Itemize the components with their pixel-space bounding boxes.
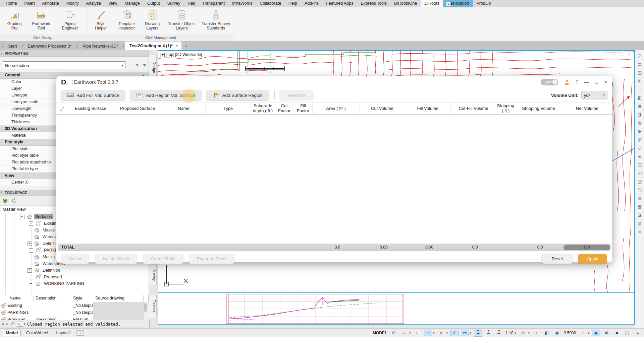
export-to-excel-button[interactable]: Export to Excel [189,254,234,264]
column-header[interactable]: Stripping Volume [515,103,562,114]
column-header[interactable]: Net Volume [562,103,612,114]
tree-item[interactable]: WORKING PARKING [0,280,149,287]
file-tab[interactable]: Pipe Networks-3C* [78,42,122,50]
piping-engineer-button[interactable]: Piping Engineer [56,9,85,31]
new-tab-button[interactable]: + [181,42,191,50]
snap-mode-icon[interactable]: ∷ [400,330,408,336]
tree-expander-icon[interactable] [29,282,33,286]
recent-commands-icon[interactable]: >_ [17,322,23,327]
toolbox-palette-tab[interactable]: Toolbox [149,294,157,318]
column-header[interactable]: Subgrade depth ( ft ) [251,103,275,114]
prodlib-app-icon[interactable]: ■ [613,330,621,336]
ribbon-tab[interactable]: DiRoots [421,0,443,7]
isodraft-caret-icon[interactable]: ▾ [446,331,448,335]
ribbon-group-title[interactable]: Civil Management [87,34,235,41]
side-toolbar-icon[interactable]: ◱ [638,171,642,176]
ribbon-tab[interactable]: Annotate [39,0,63,7]
ribbon-tab[interactable]: View [105,0,121,7]
tree-expander-icon[interactable] [20,215,24,219]
snap-caret-icon[interactable]: ▾ [409,331,411,335]
workspace-gear-icon[interactable]: ⚙ [519,330,527,336]
side-toolbar-icon[interactable]: ⊞ [638,79,642,83]
model-space-button[interactable]: MODEL [373,331,387,335]
ribbon-tab[interactable]: Featured Apps [322,0,357,7]
lineweight-value[interactable]: 3.5000 [564,331,576,335]
column-header[interactable]: Proposed Surface [113,103,162,114]
theme-toggle[interactable]: Light [541,79,558,85]
ribbon-minimize-icon[interactable]: ▴ [446,2,451,6]
tree-item[interactable]: Proposed [0,274,149,280]
open-drawing-icon[interactable] [2,198,8,204]
volume-unit-dropdown[interactable]: yd³ ▾ [581,91,607,99]
column-header[interactable]: Name [162,103,205,114]
survey-palette-tab[interactable]: Survey [149,265,157,285]
list-column-header[interactable]: Source drawing [93,295,144,302]
osnap-tracking-icon[interactable]: ∠ [451,330,458,336]
layout-tab[interactable]: Layout1 [53,330,73,336]
layout-tab[interactable]: Model [3,330,21,336]
account-icon[interactable] [564,79,570,85]
window-minimize-icon[interactable]: — [612,52,616,57]
column-header[interactable]: Cut Factor [275,103,293,114]
annotation-visibility-icon[interactable] [474,329,482,336]
annotation-scale-value[interactable]: 1:10 [505,331,513,335]
earthwork-table-body[interactable] [56,115,612,244]
column-header[interactable]: Type [205,103,251,114]
side-toolbar-icon[interactable]: ▥ [638,196,642,201]
transfer-object-layers-button[interactable]: Transfer Object Layers [165,9,198,31]
ribbon-tab[interactable]: Manage [121,0,144,7]
command-grip[interactable] [2,321,4,327]
ribbon-tab[interactable]: ProdLib [473,0,494,7]
column-header[interactable]: Area ( ft² ) [312,103,359,114]
side-toolbar-icon[interactable]: ▦ [638,204,642,209]
tree-expander-icon[interactable] [29,248,33,253]
side-toolbar-icon[interactable]: ◉ [638,129,641,134]
command-line[interactable]: × >_ ▾ Closed region selected and valida… [0,320,150,328]
create-table-button[interactable]: Create Table [143,254,183,264]
customize-wrench-icon[interactable] [10,322,15,326]
clean-screen-icon[interactable]: ▢ [624,330,631,336]
isodraft-icon[interactable]: × [437,330,445,336]
list-column-header[interactable]: Description [34,295,71,302]
ribbon-tab[interactable]: Collaborate [256,0,285,7]
osnap-caret-icon[interactable]: ▾ [470,331,472,335]
tree-expander-icon[interactable] [28,268,32,273]
side-toolbar-icon[interactable]: ◲ [638,179,642,184]
ribbon-tab[interactable]: Rail [184,0,199,7]
geolocation-status-icon[interactable]: ◉ [553,330,561,336]
file-tab-start[interactable]: Start [4,42,21,50]
maximize-icon[interactable]: □ [595,80,598,84]
column-header[interactable]: Fill Factor [293,103,312,114]
file-tab-active[interactable]: Test2Grading-m 4 (1)* × [125,42,181,50]
layout-tab[interactable]: ColorWheel [23,330,51,336]
osnap-icon[interactable]: ▭ [461,330,469,336]
grid-mode-icon[interactable]: ⊞ [390,330,397,336]
column-header[interactable]: Cut-Fill Volume [450,103,496,114]
add-region-vol-surface-button[interactable]: Add Region Vol. Surface [130,90,201,100]
scale-caret-icon[interactable]: ▾ [515,331,517,335]
annotation-monitor-icon[interactable]: + [533,330,540,336]
surface-list-row[interactable]: PARKING L _No Display [0,309,149,316]
minimize-icon[interactable]: — [584,80,589,84]
side-toolbar-icon[interactable]: ▣ [638,104,642,109]
side-toolbar-icon[interactable]: ≡ [638,229,641,234]
polar-caret-icon[interactable]: ▾ [433,331,435,335]
list-scrollbar[interactable] [144,302,148,321]
graphics-performance-icon[interactable]: ◆ [592,330,600,336]
side-toolbar-icon[interactable]: ◎ [638,137,641,142]
diroots-app-icon[interactable]: ▣ [603,330,610,336]
ribbon-tab[interactable]: Home [2,0,20,7]
style-helper-button[interactable]: Style Helper [89,9,113,31]
dialog-title-bar[interactable]: D. | Earthwork Tool 0.8.7 Light ? — □ × [56,76,612,88]
viewport-visual-style-control[interactable]: [2D Wireframe] [175,52,202,57]
help-icon[interactable]: ? [576,80,578,84]
tree-expander-icon[interactable] [28,242,32,246]
customization-menu-icon[interactable]: ≡ [634,330,641,336]
ribbon-tab[interactable]: Insert [20,0,38,7]
side-toolbar-icon[interactable]: ◸ [638,54,641,58]
ribbon-tab[interactable]: InfraWorks [228,0,256,7]
ribbon-tab[interactable]: Help [285,0,301,7]
ribbon-tab[interactable]: Express Tools [357,0,391,7]
ribbon-minimize-control[interactable]: ▴ ▾ [443,0,457,7]
annotation-scale-icon[interactable] [495,329,502,336]
